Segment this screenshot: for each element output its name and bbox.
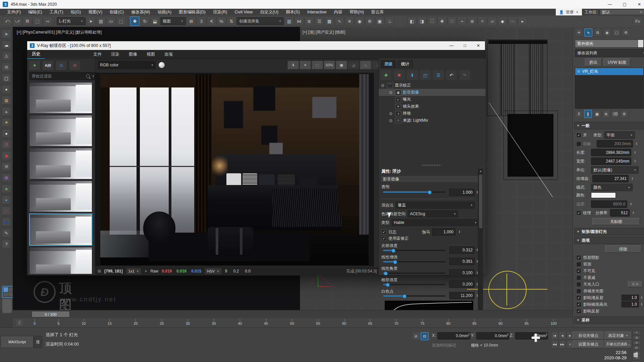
history-thumbnail[interactable] [29,148,92,179]
scroll-up-arrow[interactable]: ▲ [478,169,483,173]
viewport-nav-icon[interactable]: ⌖ [633,330,641,335]
modifier-stack[interactable]: ☉ VR_灯光 [575,68,644,109]
viewport-layout-tab-active[interactable] [2,286,14,298]
vfb-menu-item[interactable]: 选项 [160,52,177,57]
script-toolbar-icon[interactable]: ◼ [2,218,11,226]
toolbar-icon[interactable]: ▭ [106,16,116,26]
menu-item[interactable]: 组(G) [67,9,85,15]
stack-tool-icon[interactable]: ⊼ [575,110,583,118]
properties-section-row[interactable]: 影音图像 [381,175,480,183]
menu-item[interactable]: 创建(C) [106,9,127,15]
transport-button[interactable]: ◀◀ [551,340,558,348]
command-panel-tab[interactable]: ◉ [603,28,611,37]
y-coord-field[interactable]: 0.0mm [476,332,509,340]
selection-filter-dropdown[interactable]: L-灯光▼ [57,17,86,25]
uvw-map-button[interactable]: UVW 贴图 [603,58,631,66]
menu-item[interactable]: 渲染(R) [209,9,231,15]
rollout-rect-circle-light[interactable]: ▼矩形/圆形灯光 [574,228,644,235]
light-type-dropdown[interactable]: 平面▼ [604,131,635,139]
on-checkbox[interactable] [576,133,581,138]
slider-value-field[interactable]: 0.200 [449,281,475,288]
command-panel-tab[interactable]: ▢ [612,28,621,37]
multiplier-field[interactable]: 27.341 [592,175,629,182]
slider-value-field[interactable]: 11.200 [449,292,475,299]
vfb-layer-row[interactable]: ⊙ ▦ 影音图像 [379,89,485,96]
no-map-button[interactable]: 无贴图 [592,218,640,225]
option-value-field[interactable]: 1.0 [622,301,639,307]
vfb-panel-tab[interactable]: 统计 [397,60,413,68]
auto-key-button[interactable]: 自动关键点 [573,331,604,340]
properties-scrollbar[interactable]: ▲ ▼ [478,169,483,324]
history-thumbnail[interactable] [29,181,92,212]
toolbar-icon[interactable]: ⊚ [468,16,477,26]
transform-tool-icon[interactable]: ⬓ [150,16,160,26]
snap-tool-icon[interactable]: ⇅ [227,16,236,26]
script-toolbar-icon[interactable]: ⠿ [2,140,11,149]
transport-button[interactable]: ◀ [559,331,566,340]
menu-item[interactable]: 修改器(M) [127,9,154,15]
history-tool-icon[interactable]: A|B [43,61,53,70]
menu-item[interactable]: 动画(A) [154,9,175,15]
toolbar-icon[interactable]: ⋈ [294,16,304,26]
toolbar-icon[interactable]: ⌁ [458,16,467,26]
vfb-minimize-button[interactable]: — [445,41,458,50]
viewport-nav-icon[interactable]: ▣ [633,361,641,362]
script-toolbar-icon[interactable]: ✿ [2,173,11,182]
snap-tool-icon[interactable]: ∢ [207,16,216,26]
vfb-menu-item[interactable]: 文件 [89,52,106,57]
vfb-maximize-button[interactable]: □ [458,41,472,50]
eye-icon[interactable]: ⊙ [388,111,393,116]
option-checkbox[interactable] [576,289,581,294]
vfb-menu-item[interactable]: 图像 [124,52,142,57]
zoom-dropdown[interactable]: 1x1▼ [126,268,142,275]
target-distance-field[interactable]: 200.0mm [597,140,633,147]
option-checkbox[interactable] [576,309,581,314]
add-time-tag[interactable]: 添加时间标记 [432,343,456,348]
rollout-sampling[interactable]: ▼采样 [574,316,644,324]
stack-tool-icon[interactable]: ⌫ [611,110,619,118]
toolbar-icon[interactable]: ⬚ [33,16,42,26]
script-toolbar-icon[interactable]: ● [2,195,11,204]
vfb-layer-row[interactable]: ⊙ ◐ 曝光 [379,96,485,103]
script-toolbar-icon[interactable]: ⚒ [2,162,11,171]
length-field[interactable]: 2884.382mm [591,149,631,156]
layer-tool-icon[interactable]: ◰ [420,70,431,80]
top-viewport-label[interactable]: [+] [顶] [用户定义] [线框] [303,29,345,35]
toolbar-icon[interactable]: ⧉ [23,16,32,26]
camera-viewport-label[interactable]: [+] [PhysCamera001] [用户定义] [默认明暗处理] [17,29,102,35]
command-panel-tab[interactable]: ⧉ [594,28,602,37]
bottom-grid-icon[interactable]: ▦ [633,351,638,358]
vfb-layer-row[interactable]: ⊙ ✦ 镜头效果 [379,103,485,110]
history-tool-icon[interactable]: ☒ [69,61,80,70]
script-toolbar-icon[interactable]: ● [2,85,11,94]
toolbar-icon[interactable]: ◧ [407,16,417,26]
modifier-stack-row[interactable]: ☉ VR_灯光 [575,68,643,75]
blue-fix-checkbox[interactable] [381,236,386,241]
set-key-button[interactable]: 设置关键点 [573,340,604,348]
tonemap-slider[interactable] [383,273,445,274]
transform-tool-icon[interactable]: ↻ [140,16,150,26]
vfb-menu-item[interactable]: 视图 [142,52,160,57]
resolution-field[interactable]: 512 [610,209,630,217]
script-toolbar-icon[interactable]: ▲ [2,107,11,116]
vfb-image-tool-icon[interactable]: ▣ [336,61,347,69]
menu-item[interactable]: 图形编辑器(D) [175,9,209,15]
maxscript-extra-cell[interactable]: 迷 [34,336,42,348]
layer-tool-icon[interactable]: ✚ [381,70,391,80]
layer-tool-icon[interactable]: ↶ [446,70,457,80]
script-toolbar-icon[interactable]: ◆ [2,151,11,160]
time-slider-handle[interactable]: 0 / 100 [32,311,70,317]
layer-tool-icon[interactable]: ✖ [394,70,405,80]
eye-icon[interactable]: ⊙ [380,83,385,88]
script-toolbar-icon[interactable]: ☁ [2,41,11,49]
toolbar-icon[interactable]: ⬚ [116,16,126,26]
menu-item[interactable]: 留云库 [368,9,388,15]
toolbar-icon[interactable]: ▦ [325,16,334,26]
mode-dropdown[interactable]: 颜色▼ [591,184,633,191]
snap-tool-icon[interactable]: ⊞ [186,16,196,26]
width-field[interactable]: 2467.145mm [591,158,631,165]
viewport-layout-tab[interactable] [2,299,12,313]
vfb-close-button[interactable]: ✕ [472,41,485,50]
history-tool-icon[interactable]: ☑ [56,61,67,70]
menu-item[interactable]: Interactive [304,10,330,14]
